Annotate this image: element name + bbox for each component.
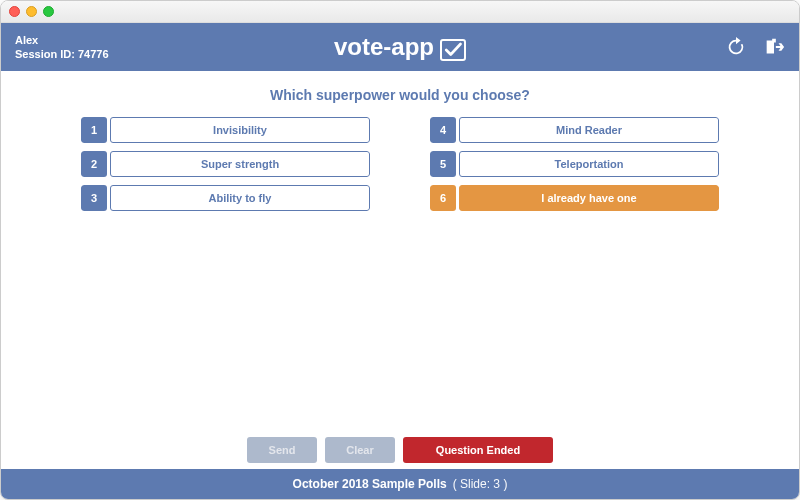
footer-slide-info: ( Slide: 3 ) [453, 477, 508, 491]
app-footer: October 2018 Sample Polls ( Slide: 3 ) [1, 469, 799, 499]
option-5[interactable]: 5Teleportation [430, 151, 719, 177]
mac-titlebar [1, 1, 799, 23]
logout-icon[interactable] [763, 36, 785, 58]
option-number: 4 [430, 117, 456, 143]
poll-question: Which superpower would you choose? [1, 71, 799, 117]
option-label: I already have one [459, 185, 719, 211]
question-status-badge: Question Ended [403, 437, 553, 463]
option-label: Ability to fly [110, 185, 370, 211]
clear-button: Clear [325, 437, 395, 463]
option-1[interactable]: 1Invisibility [81, 117, 370, 143]
brand-logo: vote-app [334, 33, 466, 61]
options-grid: 1Invisibility4Mind Reader2Super strength… [1, 117, 799, 211]
header-actions [725, 36, 785, 58]
option-number: 6 [430, 185, 456, 211]
option-label: Teleportation [459, 151, 719, 177]
refresh-icon[interactable] [725, 36, 747, 58]
option-number: 2 [81, 151, 107, 177]
brand-check-icon [440, 39, 466, 61]
option-label: Super strength [110, 151, 370, 177]
content-area: Which superpower would you choose? 1Invi… [1, 71, 799, 469]
send-button: Send [247, 437, 317, 463]
user-name: Alex [15, 33, 109, 47]
session-id-label: Session ID: 74776 [15, 47, 109, 61]
window-close-icon[interactable] [9, 6, 20, 17]
user-info: Alex Session ID: 74776 [15, 33, 109, 62]
option-4[interactable]: 4Mind Reader [430, 117, 719, 143]
app-window: Alex Session ID: 74776 vote-app Which su… [0, 0, 800, 500]
footer-title: October 2018 Sample Polls [293, 477, 447, 491]
option-3[interactable]: 3Ability to fly [81, 185, 370, 211]
option-label: Mind Reader [459, 117, 719, 143]
option-label: Invisibility [110, 117, 370, 143]
option-number: 3 [81, 185, 107, 211]
option-number: 1 [81, 117, 107, 143]
brand-text: vote-app [334, 33, 434, 61]
option-2[interactable]: 2Super strength [81, 151, 370, 177]
option-6[interactable]: 6I already have one [430, 185, 719, 211]
bottom-bar: Send Clear Question Ended [1, 427, 799, 469]
window-minimize-icon[interactable] [26, 6, 37, 17]
option-number: 5 [430, 151, 456, 177]
window-maximize-icon[interactable] [43, 6, 54, 17]
app-header: Alex Session ID: 74776 vote-app [1, 23, 799, 71]
